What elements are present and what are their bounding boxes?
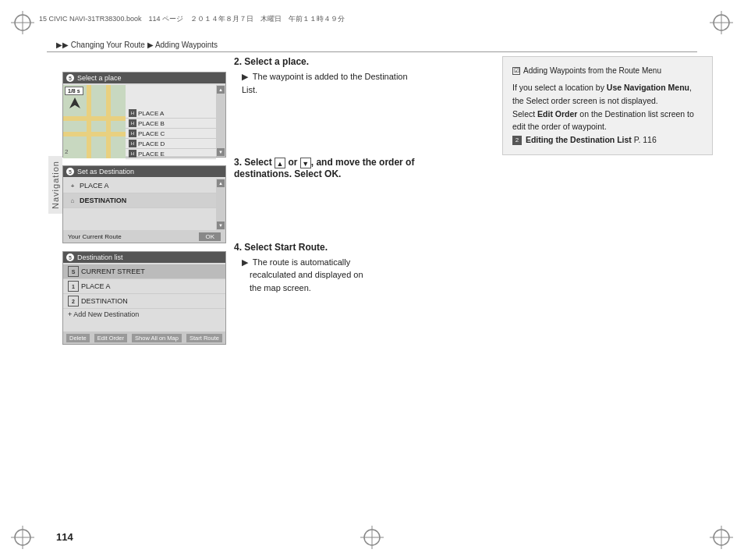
panel-title: ☑ Adding Waypoints from the Route Menu bbox=[512, 65, 703, 76]
step4: 4. Select Start Route. ▶ The route is au… bbox=[234, 242, 421, 295]
para1-end: , bbox=[689, 83, 692, 92]
badge-s: S bbox=[68, 266, 79, 277]
step2-header: 2. Select a place. bbox=[234, 56, 421, 67]
step2-number: 2. bbox=[234, 56, 242, 67]
screen1-place-list: H PLACE A H PLACE B H PLACE C H bbox=[126, 85, 225, 157]
start-route-button[interactable]: Start Route bbox=[186, 334, 222, 342]
place-item-a: H PLACE A bbox=[126, 108, 216, 119]
panel-para1: If you select a location by Use Navigati… bbox=[512, 81, 703, 94]
breadcrumb-part2: Adding Waypoints bbox=[155, 41, 218, 49]
link-bold: Editing the Destination List bbox=[526, 135, 632, 144]
step2-title: Select a place. bbox=[244, 56, 309, 67]
screen2-footer-left: Your Current Route bbox=[68, 233, 122, 240]
ok-button[interactable]: OK bbox=[199, 232, 221, 241]
para3-pre: Select bbox=[512, 109, 537, 119]
breadcrumb-rule bbox=[47, 51, 697, 52]
step2-body: ▶ The waypoint is added to the Destinati… bbox=[234, 70, 421, 96]
screen3-wrap: 5 Destination list S CURRENT STREET 1 PL… bbox=[62, 251, 226, 345]
up-arrow-btn[interactable]: ▲ bbox=[275, 158, 285, 168]
screen2-set-destination: 5 Set as Destination ▲ ▼ + PLACE A ⌂ bbox=[62, 165, 226, 243]
add-dest-label: + Add New Destination bbox=[68, 310, 139, 318]
down-arrow-btn[interactable]: ▼ bbox=[300, 158, 311, 168]
step4-start-route: Start Route bbox=[275, 242, 325, 253]
scroll-up-btn[interactable]: ▲ bbox=[217, 86, 225, 94]
instructions-column: 2. Select a place. ▶ The waypoint is add… bbox=[234, 56, 421, 307]
screen2-items: + PLACE A ⌂ DESTINATION bbox=[63, 179, 216, 230]
screen3-titlebar: 5 Destination list bbox=[63, 252, 225, 263]
para3-end: on the Destination list screen to bbox=[577, 109, 693, 119]
step4-body-line3: the map screen. bbox=[242, 283, 311, 292]
screen2-destination: ⌂ DESTINATION bbox=[63, 193, 216, 208]
edit-order-button[interactable]: Edit Order bbox=[94, 334, 127, 342]
panel-title-text: Adding Waypoints from the Route Menu bbox=[523, 65, 661, 76]
badge-2: 2 bbox=[68, 296, 79, 307]
map-road-v1 bbox=[87, 85, 91, 158]
panel-para2: the Select order screen is not displayed… bbox=[512, 94, 703, 108]
corner-mark-br bbox=[710, 526, 733, 549]
scroll-up-btn2[interactable]: ▲ bbox=[217, 179, 225, 187]
scroll-down-btn2[interactable]: ▼ bbox=[217, 222, 225, 229]
panel-body: If you select a location by Use Navigati… bbox=[512, 81, 703, 147]
screen3-current-street: S CURRENT STREET bbox=[63, 264, 225, 279]
page-number: 114 bbox=[56, 531, 73, 543]
book-info: 15 CIVIC NAVI-31TR38300.book 114 ページ ２０１… bbox=[39, 14, 345, 24]
show-all-button[interactable]: Show All on Map bbox=[132, 334, 182, 342]
place-icon-b: H bbox=[129, 119, 136, 127]
map-scale: 1/8 s bbox=[65, 87, 83, 95]
map-arrow bbox=[69, 97, 80, 108]
corner-mark-bl bbox=[11, 526, 34, 549]
panel-para3: Select Edit Order on the Destination lis… bbox=[512, 108, 703, 121]
screen1-title: Select a place bbox=[77, 74, 122, 82]
step3-title-pre: Select bbox=[244, 157, 275, 168]
step3-number: 3. bbox=[234, 157, 242, 168]
screen3-title: Destination list bbox=[77, 253, 123, 261]
info-panel: ☑ Adding Waypoints from the Route Menu I… bbox=[502, 56, 713, 155]
para1-bold: Use Navigation Menu bbox=[607, 83, 689, 92]
step3-end: . bbox=[338, 168, 341, 179]
screen1-wrap: 5 Select a place 1/8 s 1234 MAIN ST, ANY… bbox=[62, 72, 226, 158]
screen1-titlebar: 5 Select a place bbox=[63, 73, 225, 83]
screen1-num-indicator: 2 bbox=[65, 148, 68, 155]
step3-header: 3. Select ▲ or ▼, and move the order of … bbox=[234, 157, 421, 179]
step4-body-line2: recalculated and displayed on bbox=[242, 270, 363, 279]
step3-ok: OK bbox=[324, 168, 338, 179]
step2-body-text: The waypoint is added to the Destination… bbox=[242, 72, 408, 94]
place-item-e: H PLACE E bbox=[126, 149, 216, 159]
screen1-select-place: 5 Select a place 1/8 s 1234 MAIN ST, ANY… bbox=[62, 72, 226, 158]
screen3-destination-list: 5 Destination list S CURRENT STREET 1 PL… bbox=[62, 251, 226, 345]
place-item-b: H PLACE B bbox=[126, 119, 216, 129]
header-strip: 15 CIVIC NAVI-31TR38300.book 114 ページ ２０１… bbox=[39, 14, 705, 24]
para1-pre: If you select a location by bbox=[512, 83, 607, 92]
screenshots-column: 5 Select a place 1/8 s 1234 MAIN ST, ANY… bbox=[62, 72, 226, 353]
map-road-h2 bbox=[63, 132, 126, 136]
screen2-titlebar: 5 Set as Destination bbox=[63, 166, 225, 177]
step3: 3. Select ▲ or ▼, and move the order of … bbox=[234, 157, 421, 179]
screen1-scrollbar: ▲ ▼ bbox=[216, 85, 225, 157]
place-item-d: H PLACE D bbox=[126, 139, 216, 149]
delete-button[interactable]: Delete bbox=[66, 334, 90, 342]
center-mark-bottom bbox=[360, 526, 384, 549]
screen3-destination: 2 DESTINATION bbox=[63, 294, 225, 309]
screen2-num: 5 bbox=[66, 168, 74, 175]
scroll-down-btn[interactable]: ▼ bbox=[217, 148, 225, 156]
step2: 2. Select a place. ▶ The waypoint is add… bbox=[234, 56, 421, 96]
place-icon-d: H bbox=[129, 140, 136, 147]
main-content: 5 Select a place 1/8 s 1234 MAIN ST, ANY… bbox=[62, 56, 713, 521]
panel-link: 2 Editing the Destination List P. 116 bbox=[512, 133, 703, 147]
link-page: P. 116 bbox=[634, 135, 657, 144]
dest-icon-home: ⌂ bbox=[68, 196, 77, 205]
breadcrumb-arrow: ▶ bbox=[147, 41, 154, 49]
screen3-num: 5 bbox=[66, 253, 74, 261]
nav-label: Navigation bbox=[48, 156, 62, 214]
checkbox-icon: ☑ bbox=[512, 67, 520, 75]
screen2-place-a: + PLACE A bbox=[63, 179, 216, 193]
place-icon-c: H bbox=[129, 129, 136, 137]
corner-mark-tr bbox=[710, 11, 733, 34]
place-icon-e: H bbox=[129, 150, 136, 158]
step4-number: 4. bbox=[234, 242, 242, 253]
dest-icon-plus: + bbox=[68, 181, 77, 190]
screen3-add-dest[interactable]: + Add New Destination bbox=[63, 309, 225, 320]
screen3-list: S CURRENT STREET 1 PLACE A 2 DESTINATION… bbox=[63, 264, 225, 331]
place-item-c: H PLACE C bbox=[126, 129, 216, 139]
screen2-wrap: 5 Set as Destination ▲ ▼ + PLACE A ⌂ bbox=[62, 165, 226, 243]
